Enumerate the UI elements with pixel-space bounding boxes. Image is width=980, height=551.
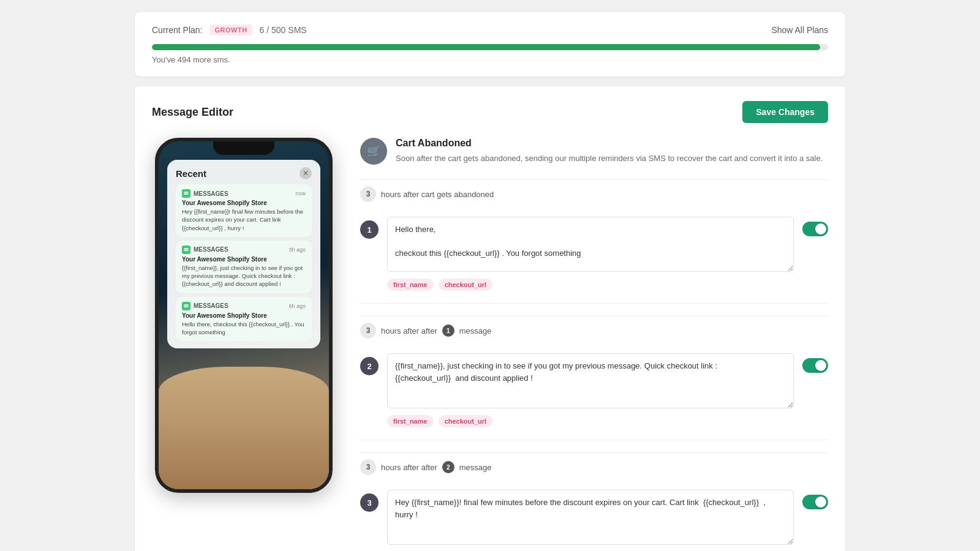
- notif-store-3: Your Awesome Shopify Store: [182, 312, 306, 319]
- toggle-wrap-2: [802, 358, 828, 373]
- msg-textarea-2[interactable]: {{first_name}}, just checking in to see …: [387, 353, 794, 408]
- cart-abandoned-title: Cart Abandoned: [396, 138, 823, 149]
- timing-badge-1: 3: [360, 186, 376, 202]
- editor-body: Recent ✕ ✉ MESSAGES: [152, 138, 828, 551]
- toggle-wrap-3: [802, 495, 828, 509]
- phone-mockup: Recent ✕ ✉ MESSAGES: [155, 138, 333, 493]
- notif-close-button[interactable]: ✕: [300, 167, 312, 179]
- plan-header: Current Plan: GROWTH 6 / 500 SMS Show Al…: [152, 24, 828, 36]
- phone-col: Recent ✕ ✉ MESSAGES: [152, 138, 336, 551]
- msg-tag-first-name-1[interactable]: first_name: [387, 279, 434, 291]
- notif-body-2: {{first_name}}, just checking in to see …: [182, 264, 306, 288]
- timing-text-2b: message: [459, 326, 492, 335]
- msg-content-1: Hello there, checkout this {{checkout_ur…: [387, 217, 794, 291]
- cart-abandoned-text: Cart Abandoned Soon after the cart gets …: [396, 138, 823, 165]
- phone-screen: Recent ✕ ✉ MESSAGES: [159, 141, 329, 489]
- toggle-wrap-1: [802, 222, 828, 236]
- msg-tags-1: first_name checkout_url: [387, 279, 794, 291]
- plan-card: Current Plan: GROWTH 6 / 500 SMS Show Al…: [135, 12, 845, 77]
- notif-time-3: 6h ago: [288, 303, 306, 309]
- notif-store-2: Your Awesome Shopify Store: [182, 256, 306, 263]
- notif-app-1: ✉ MESSAGES: [182, 189, 228, 198]
- msg-textarea-3[interactable]: Hey {{first_name}}! final few minutes be…: [387, 490, 794, 545]
- msg-num-badge-3: 3: [360, 493, 379, 512]
- notif-app-icon-3: ✉: [182, 302, 190, 310]
- message-block-1: 1 Hello there, checkout this {{checkout_…: [360, 217, 828, 304]
- save-changes-button[interactable]: Save Changes: [742, 101, 828, 123]
- editor-card: Message Editor Save Changes Recent ✕: [135, 86, 845, 551]
- cart-icon-circle: 🛒: [360, 138, 387, 165]
- message-toggle-1[interactable]: [802, 222, 828, 236]
- plan-subtitle: You've 494 more sms.: [152, 55, 828, 64]
- timing-msg-num-2: 1: [442, 324, 454, 337]
- notif-item-1: ✉ MESSAGES now Your Awesome Shopify Stor…: [176, 184, 312, 237]
- notif-app-icon-2: ✉: [182, 246, 190, 254]
- message-block-2: 2 {{first_name}}, just checking in to se…: [360, 353, 828, 440]
- notif-app-icon-1: ✉: [182, 189, 190, 198]
- msg-tag-first-name-2[interactable]: first_name: [387, 415, 434, 427]
- progress-bar-wrap: [152, 44, 828, 50]
- messages-col: 🛒 Cart Abandoned Soon after the cart get…: [360, 138, 828, 551]
- message-toggle-2[interactable]: [802, 358, 828, 373]
- progress-bar-fill: [152, 44, 820, 50]
- notif-body-3: Hello there, checkout this {{checkout_ur…: [182, 320, 306, 337]
- plan-sms-count: 6 / 500 SMS: [260, 25, 307, 35]
- editor-header: Message Editor Save Changes: [152, 101, 828, 123]
- msg-tags-2: first_name checkout_url: [387, 415, 794, 427]
- notif-item-2: ✉ MESSAGES 3h ago Your Awesome Shopify S…: [176, 241, 312, 293]
- msg-content-2: {{first_name}}, just checking in to see …: [387, 353, 794, 427]
- timing-text-3b: message: [459, 463, 492, 472]
- timing-row-2: 3 hours after after 1 message: [360, 316, 828, 345]
- phone-notch: [213, 141, 274, 155]
- timing-badge-3: 3: [360, 459, 376, 475]
- notif-item-3: ✉ MESSAGES 6h ago Your Awesome Shopify S…: [176, 297, 312, 342]
- cart-icon: 🛒: [367, 144, 380, 158]
- plan-badge: GROWTH: [209, 24, 252, 36]
- timing-text-1: hours after cart gets abandoned: [381, 190, 494, 199]
- notif-time-1: now: [295, 190, 306, 197]
- msg-textarea-1[interactable]: Hello there, checkout this {{checkout_ur…: [387, 217, 794, 272]
- cart-abandoned-header: 🛒 Cart Abandoned Soon after the cart get…: [360, 138, 828, 165]
- timing-row-3: 3 hours after after 2 message: [360, 452, 828, 481]
- cart-abandoned-description: Soon after the cart gets abandoned, send…: [396, 152, 823, 165]
- message-toggle-3[interactable]: [802, 495, 828, 509]
- notif-item-1-header: ✉ MESSAGES now: [182, 189, 306, 198]
- msg-tag-checkout-url-2[interactable]: checkout_url: [439, 415, 492, 427]
- notif-panel-title: Recent: [176, 168, 206, 179]
- msg-num-badge-1: 1: [360, 220, 379, 239]
- notif-item-3-header: ✉ MESSAGES 6h ago: [182, 302, 306, 310]
- notification-panel: Recent ✕ ✉ MESSAGES: [167, 160, 320, 348]
- msg-num-badge-2: 2: [360, 357, 379, 375]
- phone-screen-bg-wave: [159, 367, 329, 489]
- notif-store-1: Your Awesome Shopify Store: [182, 200, 306, 206]
- show-all-plans-link[interactable]: Show All Plans: [771, 25, 828, 35]
- plan-header-left: Current Plan: GROWTH 6 / 500 SMS: [152, 24, 307, 36]
- notif-body-1: Hey {{first_name}}! final few minutes be…: [182, 208, 306, 232]
- notif-header: Recent ✕: [176, 167, 312, 179]
- timing-msg-num-3: 2: [442, 461, 454, 473]
- msg-tag-checkout-url-1[interactable]: checkout_url: [439, 279, 492, 291]
- page-wrapper: Current Plan: GROWTH 6 / 500 SMS Show Al…: [123, 12, 858, 551]
- timing-badge-2: 3: [360, 323, 376, 339]
- notif-app-2: ✉ MESSAGES: [182, 246, 228, 254]
- timing-text-3: hours after after: [381, 463, 437, 472]
- notif-app-3: ✉ MESSAGES: [182, 302, 228, 310]
- notif-item-2-header: ✉ MESSAGES 3h ago: [182, 246, 306, 254]
- msg-content-3: Hey {{first_name}}! final few minutes be…: [387, 490, 794, 551]
- editor-title: Message Editor: [152, 106, 233, 119]
- notif-time-2: 3h ago: [288, 247, 306, 253]
- plan-label: Current Plan:: [152, 25, 202, 35]
- timing-row-1: 3 hours after cart gets abandoned: [360, 179, 828, 208]
- message-block-3: 3 Hey {{first_name}}! final few minutes …: [360, 490, 828, 551]
- timing-text-2: hours after after: [381, 326, 437, 335]
